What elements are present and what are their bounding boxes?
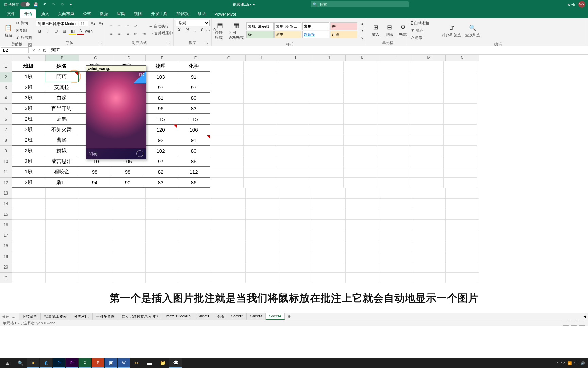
cell-N3[interactable]: [444, 82, 477, 93]
cell-A19[interactable]: [12, 251, 46, 262]
touch-mode-icon[interactable]: ⟳: [59, 1, 65, 7]
cell-N11[interactable]: [444, 167, 477, 178]
delete-cells-button[interactable]: ⊟删除: [383, 22, 395, 38]
cell-M12[interactable]: [410, 178, 444, 188]
cell-G12[interactable]: [210, 178, 244, 188]
cell-L5[interactable]: [377, 104, 410, 114]
rowhead-20[interactable]: 20: [0, 262, 12, 273]
photoshop-icon[interactable]: Ps: [53, 358, 65, 368]
cell-M19[interactable]: [412, 251, 446, 262]
cell-B13[interactable]: [46, 188, 79, 199]
rowhead-14[interactable]: 14: [0, 199, 12, 209]
cell-B14[interactable]: [46, 199, 79, 209]
cell-D15[interactable]: [112, 209, 146, 220]
cell-F9[interactable]: 80: [177, 145, 210, 156]
cell-N20[interactable]: [446, 262, 479, 273]
cell-A21[interactable]: [12, 273, 46, 283]
cell-H6[interactable]: [244, 114, 277, 125]
cell-J13[interactable]: [312, 188, 346, 199]
cell-L8[interactable]: [377, 135, 410, 146]
increase-indent-icon[interactable]: ⇥: [140, 30, 148, 37]
cell-M10[interactable]: [410, 156, 444, 167]
cell-E18[interactable]: [146, 241, 179, 251]
cell-H3[interactable]: [244, 82, 277, 93]
cell-G14[interactable]: [212, 199, 246, 209]
cell-E17[interactable]: [146, 230, 179, 241]
cell-J19[interactable]: [312, 251, 346, 262]
comma-icon[interactable]: ,: [192, 27, 199, 33]
cell-L1[interactable]: [377, 61, 410, 72]
cell-J12[interactable]: [310, 178, 344, 188]
cell-L3[interactable]: [377, 82, 410, 93]
rowhead-15[interactable]: 15: [0, 209, 12, 220]
cell-L16[interactable]: [379, 220, 412, 230]
format-painter-button[interactable]: 🖌格式刷: [16, 34, 35, 41]
cell-A20[interactable]: [12, 262, 46, 273]
cell-B7[interactable]: 不知火舞: [45, 124, 78, 135]
cell-G10[interactable]: [210, 156, 244, 167]
start-button[interactable]: ⊞: [1, 358, 14, 368]
cell-H15[interactable]: [246, 209, 279, 220]
sheet-tab-图表[interactable]: 图表: [213, 313, 228, 320]
colhead-N[interactable]: N: [446, 55, 479, 61]
colhead-I[interactable]: I: [279, 55, 312, 61]
cell-D17[interactable]: [112, 230, 146, 241]
cell-J10[interactable]: [310, 156, 344, 167]
cell-B10[interactable]: 成吉思汗: [45, 156, 78, 167]
cell-N13[interactable]: [446, 188, 479, 199]
cell-B15[interactable]: [46, 209, 79, 220]
cell-C20[interactable]: [79, 262, 112, 273]
cell-I5[interactable]: [277, 104, 310, 114]
autosave-toggle[interactable]: 自动保存: [4, 2, 30, 7]
cell-F16[interactable]: [179, 220, 212, 230]
cell-M4[interactable]: [410, 93, 444, 104]
cell-K4[interactable]: [344, 93, 377, 104]
cell-N21[interactable]: [446, 273, 479, 283]
increase-decimal-icon[interactable]: .0→: [200, 27, 208, 33]
fill-color-button[interactable]: ◧: [69, 28, 76, 35]
rowhead-17[interactable]: 17: [0, 230, 12, 241]
cell-J17[interactable]: [312, 230, 346, 241]
cell-I1[interactable]: [277, 61, 310, 72]
word-icon[interactable]: W: [118, 358, 130, 368]
cell-A18[interactable]: [12, 241, 46, 251]
cell-A3[interactable]: 2班: [12, 82, 45, 93]
cell-E21[interactable]: [146, 273, 179, 283]
rowhead-9[interactable]: 9: [0, 146, 12, 156]
cell-M5[interactable]: [410, 104, 444, 114]
cell-N10[interactable]: [444, 156, 477, 167]
cell-B19[interactable]: [46, 251, 79, 262]
cell-F7[interactable]: 106: [177, 124, 210, 135]
cell-K2[interactable]: [344, 72, 377, 82]
cell-D18[interactable]: [112, 241, 146, 251]
cell-D19[interactable]: [112, 251, 146, 262]
chrome-icon[interactable]: ●: [27, 358, 39, 368]
rowhead-1[interactable]: 1: [0, 61, 12, 72]
colhead-D[interactable]: D: [112, 55, 146, 61]
cell-I8[interactable]: [277, 135, 310, 146]
cell-G3[interactable]: [210, 82, 244, 93]
cell-L10[interactable]: [377, 156, 410, 167]
style-常规_职员 ...[interactable]: 常规_职员 ...: [274, 22, 301, 30]
cell-G5[interactable]: [210, 104, 244, 114]
cell-L4[interactable]: [377, 93, 410, 104]
format-as-table-button[interactable]: ▦套用 表格格式: [227, 20, 245, 41]
rowhead-16[interactable]: 16: [0, 220, 12, 230]
fx-icon[interactable]: fx: [43, 48, 46, 53]
cell-K21[interactable]: [346, 273, 379, 283]
cell-B5[interactable]: 百里守约: [45, 103, 78, 114]
tab-视图[interactable]: 视图: [130, 9, 146, 18]
colhead-B[interactable]: B: [46, 55, 79, 61]
sheet-tab-自动记录数据录入时间[interactable]: 自动记录数据录入时间: [118, 313, 163, 320]
rowhead-4[interactable]: 4: [0, 93, 12, 104]
page-layout-view-icon[interactable]: [571, 321, 577, 326]
cell-E19[interactable]: [146, 251, 179, 262]
cell-K9[interactable]: [344, 146, 377, 156]
cell-I17[interactable]: [279, 230, 312, 241]
cell-N15[interactable]: [446, 209, 479, 220]
cell-A1[interactable]: 班级: [12, 61, 45, 72]
sheet-tab-分类对比[interactable]: 分类对比: [70, 313, 93, 320]
cell-J1[interactable]: [310, 61, 344, 72]
colhead-K[interactable]: K: [346, 55, 379, 61]
wrap-text-button[interactable]: ↩自动换行: [149, 23, 177, 30]
